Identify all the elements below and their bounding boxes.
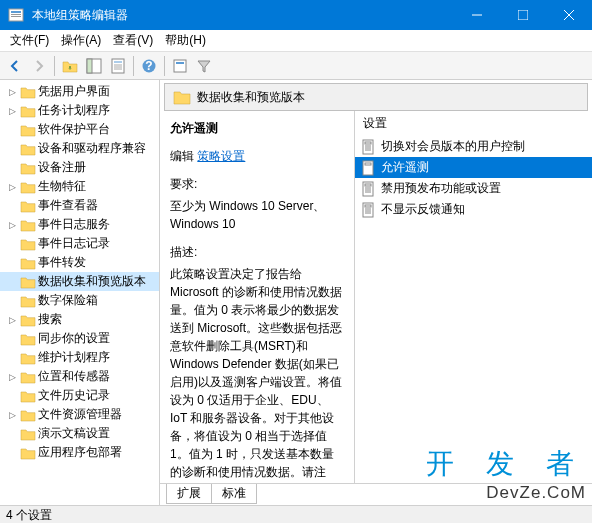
expand-icon[interactable] <box>6 200 18 212</box>
setting-item[interactable]: 不显示反馈通知 <box>355 199 592 220</box>
menu-action[interactable]: 操作(A) <box>55 30 107 51</box>
tree-item[interactable]: 设备注册 <box>0 158 159 177</box>
folder-icon <box>20 141 36 157</box>
tree-item-label: 任务计划程序 <box>38 102 110 119</box>
help-button[interactable]: ? <box>138 55 160 77</box>
tree-item[interactable]: ▷文件资源管理器 <box>0 405 159 424</box>
expand-icon[interactable] <box>6 390 18 402</box>
folder-icon <box>20 103 36 119</box>
expand-icon[interactable]: ▷ <box>6 314 18 326</box>
edit-policy-link[interactable]: 策略设置 <box>197 147 245 165</box>
folder-icon <box>173 88 191 106</box>
show-hide-tree-button[interactable] <box>83 55 105 77</box>
tree-item[interactable]: 维护计划程序 <box>0 348 159 367</box>
properties-button[interactable] <box>107 55 129 77</box>
tree-item[interactable]: 事件查看器 <box>0 196 159 215</box>
tree-item[interactable]: 数字保险箱 <box>0 291 159 310</box>
up-button[interactable] <box>59 55 81 77</box>
toolbar-separator <box>54 56 55 76</box>
expand-icon[interactable]: ▷ <box>6 105 18 117</box>
tree-item[interactable]: 应用程序包部署 <box>0 443 159 462</box>
expand-icon[interactable] <box>6 143 18 155</box>
content-area: ▷凭据用户界面▷任务计划程序软件保护平台设备和驱动程序兼容设备注册▷生物特征事件… <box>0 80 592 505</box>
maximize-button[interactable] <box>500 0 546 30</box>
svg-rect-1 <box>11 11 21 13</box>
tree-item[interactable]: 数据收集和预览版本 <box>0 272 159 291</box>
expand-icon[interactable] <box>6 295 18 307</box>
expand-icon[interactable] <box>6 352 18 364</box>
setting-item[interactable]: 允许遥测 <box>355 157 592 178</box>
back-button[interactable] <box>4 55 26 77</box>
tree-item-label: 应用程序包部署 <box>38 444 122 461</box>
tree-item-label: 事件查看器 <box>38 197 98 214</box>
minimize-button[interactable] <box>454 0 500 30</box>
expand-icon[interactable] <box>6 428 18 440</box>
tree-item[interactable]: 同步你的设置 <box>0 329 159 348</box>
tree-item[interactable]: 文件历史记录 <box>0 386 159 405</box>
tree-item[interactable]: ▷搜索 <box>0 310 159 329</box>
policy-icon <box>361 160 377 176</box>
setting-item[interactable]: 切换对会员版本的用户控制 <box>355 136 592 157</box>
tab-standard[interactable]: 标准 <box>211 484 257 504</box>
tree-item-label: 凭据用户界面 <box>38 83 110 100</box>
tree-item[interactable]: 事件日志记录 <box>0 234 159 253</box>
close-button[interactable] <box>546 0 592 30</box>
toolbar-separator <box>133 56 134 76</box>
view-tabs: 扩展 标准 <box>160 483 592 505</box>
tree-item-label: 生物特征 <box>38 178 86 195</box>
filter-button[interactable] <box>193 55 215 77</box>
expand-icon[interactable]: ▷ <box>6 219 18 231</box>
tree-item-label: 设备注册 <box>38 159 86 176</box>
tree-item[interactable]: 事件转发 <box>0 253 159 272</box>
forward-button[interactable] <box>28 55 50 77</box>
menu-view[interactable]: 查看(V) <box>107 30 159 51</box>
folder-icon <box>20 84 36 100</box>
expand-icon[interactable] <box>6 333 18 345</box>
tree-item[interactable]: ▷生物特征 <box>0 177 159 196</box>
tree-item[interactable]: 软件保护平台 <box>0 120 159 139</box>
tab-extended[interactable]: 扩展 <box>166 484 212 504</box>
tree-item[interactable]: ▷凭据用户界面 <box>0 82 159 101</box>
app-icon <box>8 7 24 23</box>
expand-icon[interactable] <box>6 238 18 250</box>
tree-item-label: 维护计划程序 <box>38 349 110 366</box>
expand-icon[interactable] <box>6 124 18 136</box>
filter-options-button[interactable] <box>169 55 191 77</box>
folder-icon <box>20 388 36 404</box>
tree-item[interactable]: ▷事件日志服务 <box>0 215 159 234</box>
folder-icon <box>20 236 36 252</box>
settings-list: 设置 切换对会员版本的用户控制允许遥测禁用预发布功能或设置不显示反馈通知 <box>355 111 592 483</box>
tree-pane[interactable]: ▷凭据用户界面▷任务计划程序软件保护平台设备和驱动程序兼容设备注册▷生物特征事件… <box>0 80 160 505</box>
folder-icon <box>20 331 36 347</box>
tree-item-label: 位置和传感器 <box>38 368 110 385</box>
expand-icon[interactable]: ▷ <box>6 181 18 193</box>
settings-column-header[interactable]: 设置 <box>355 111 592 136</box>
expand-icon[interactable]: ▷ <box>6 371 18 383</box>
expand-icon[interactable]: ▷ <box>6 409 18 421</box>
menu-file[interactable]: 文件(F) <box>4 30 55 51</box>
tree-item[interactable]: ▷位置和传感器 <box>0 367 159 386</box>
folder-icon <box>20 179 36 195</box>
setting-item-label: 允许遥测 <box>381 159 429 176</box>
policy-icon <box>361 181 377 197</box>
tree-item[interactable]: 设备和驱动程序兼容 <box>0 139 159 158</box>
preview-edit-prefix: 编辑 <box>170 149 194 163</box>
expand-icon[interactable]: ▷ <box>6 86 18 98</box>
setting-item-label: 不显示反馈通知 <box>381 201 465 218</box>
expand-icon[interactable] <box>6 162 18 174</box>
svg-rect-10 <box>112 59 124 73</box>
svg-rect-2 <box>11 14 21 15</box>
details-header: 数据收集和预览版本 <box>164 83 588 111</box>
expand-icon[interactable] <box>6 276 18 288</box>
folder-icon <box>20 426 36 442</box>
expand-icon[interactable] <box>6 447 18 459</box>
tree-item[interactable]: ▷任务计划程序 <box>0 101 159 120</box>
requirements-label: 要求: <box>170 175 344 193</box>
tree-item[interactable]: 演示文稿设置 <box>0 424 159 443</box>
setting-item[interactable]: 禁用预发布功能或设置 <box>355 178 592 199</box>
expand-icon[interactable] <box>6 257 18 269</box>
setting-item-label: 禁用预发布功能或设置 <box>381 180 501 197</box>
tree-item-label: 事件日志服务 <box>38 216 110 233</box>
tree-item-label: 文件历史记录 <box>38 387 110 404</box>
menu-help[interactable]: 帮助(H) <box>159 30 212 51</box>
